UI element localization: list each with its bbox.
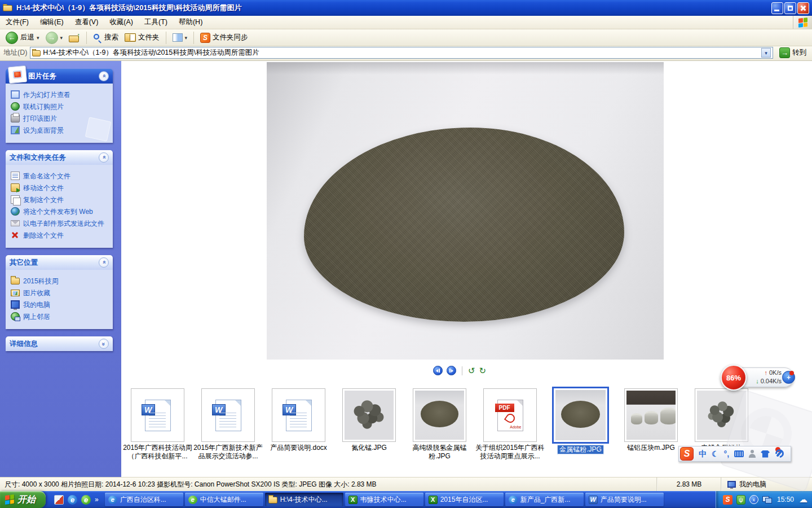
task-publish-web[interactable]: 将这个文件发布到 Web bbox=[11, 207, 110, 216]
up-folder-icon: ↑ bbox=[69, 33, 80, 42]
quicklaunch-app-icon[interactable] bbox=[54, 495, 64, 505]
tray-collapse-icon[interactable]: ‹ bbox=[749, 495, 758, 504]
sogou-logo-icon[interactable]: S bbox=[680, 447, 694, 461]
collapse-chevron-icon[interactable]: » bbox=[99, 152, 109, 163]
tray-network-icon[interactable] bbox=[762, 496, 772, 503]
task-window-1[interactable]: e 广西自治区科... bbox=[105, 493, 183, 506]
tray-sogou-icon[interactable]: S bbox=[723, 495, 732, 505]
ime-skin-icon[interactable] bbox=[761, 450, 770, 458]
menu-file[interactable]: 文件(F) bbox=[0, 16, 34, 29]
task-view-slideshow[interactable]: 作为幻灯片查看 bbox=[11, 90, 110, 99]
menu-view[interactable]: 查看(V) bbox=[69, 16, 104, 29]
folder-sync-label: 文件夹同步 bbox=[213, 33, 248, 42]
task-label: 设为桌面背景 bbox=[23, 126, 64, 135]
restore-button[interactable] bbox=[784, 2, 796, 14]
file-item-pdf[interactable]: PDF Adobe 关于组织2015年广西科技活动周重点展示... bbox=[475, 388, 545, 461]
file-item-doc2[interactable]: W 2015年广西新技术新产品展示交流活动参... bbox=[193, 388, 263, 461]
forward-dropdown-icon[interactable]: ▾ bbox=[60, 35, 63, 41]
accelerate-button[interactable]: + bbox=[782, 371, 795, 384]
task-window-4[interactable]: X 韦慷技术中心... bbox=[345, 493, 423, 506]
other-places-header[interactable]: 其它位置 » bbox=[6, 255, 113, 270]
folders-icon bbox=[125, 33, 136, 42]
quicklaunch-ie-icon[interactable]: e bbox=[68, 495, 77, 505]
task-move-file[interactable]: 移动这个文件 bbox=[11, 183, 110, 192]
photo-thumbnail bbox=[345, 391, 394, 440]
menu-help[interactable]: 帮助(H) bbox=[173, 16, 208, 29]
task-window-active-explorer[interactable]: H:\4-技术中心... bbox=[265, 493, 343, 506]
file-item-doc3[interactable]: W 产品简要说明.docx bbox=[264, 388, 333, 452]
file-item-briquettes[interactable]: 锰铝压块m.JPG bbox=[616, 388, 686, 452]
task-copy-file[interactable]: 复制这个文件 bbox=[11, 195, 110, 204]
ime-language-mode[interactable]: 中 bbox=[699, 449, 707, 458]
folders-button[interactable]: 文件夹 bbox=[122, 32, 162, 43]
place-network[interactable]: 网上邻居 bbox=[11, 312, 110, 321]
back-dropdown-icon[interactable]: ▾ bbox=[37, 35, 39, 41]
file-item-doc1[interactable]: W 2015年广西科技活动周（广西科技创新平... bbox=[123, 388, 192, 461]
expand-chevron-icon[interactable]: » bbox=[99, 339, 109, 349]
back-button[interactable]: ← 后退 ▾ bbox=[3, 30, 42, 45]
task-email-file[interactable]: 以电子邮件形式发送此文件 bbox=[11, 219, 110, 228]
menu-edit[interactable]: 编辑(E) bbox=[34, 16, 69, 29]
up-button[interactable]: ↑ bbox=[67, 32, 82, 43]
go-button[interactable]: → 转到 bbox=[776, 47, 810, 58]
memory-usage-ball[interactable]: 86% bbox=[721, 365, 747, 391]
search-button[interactable]: 搜索 bbox=[91, 32, 121, 43]
details-header[interactable]: 详细信息 » bbox=[6, 336, 113, 351]
task-order-prints[interactable]: 联机订购照片 bbox=[11, 102, 110, 111]
rotate-left-icon[interactable]: ↺ bbox=[468, 366, 475, 375]
quicklaunch-360-icon[interactable]: e bbox=[81, 495, 91, 505]
task-title: H:\4-技术中心... bbox=[280, 495, 328, 505]
collapse-chevron-icon[interactable]: » bbox=[99, 257, 109, 268]
task-window-5[interactable]: X 2015年自治区... bbox=[425, 493, 504, 506]
collapse-chevron-icon[interactable]: » bbox=[99, 71, 109, 81]
ime-fullhalf-moon-icon[interactable]: ☾ bbox=[712, 449, 719, 458]
picture-tasks-header[interactable]: 图片任务 » bbox=[6, 69, 113, 84]
start-button[interactable]: 开始 bbox=[0, 491, 46, 508]
panel-other-places: 其它位置 » 2015科技周 图片收藏 我的电脑 bbox=[6, 255, 113, 329]
task-delete-file[interactable]: 删除这个文件 bbox=[11, 231, 110, 240]
manganese-powder-pile bbox=[304, 128, 624, 322]
tray-usb-icon[interactable]: ψ bbox=[736, 495, 745, 505]
task-title: 韦慷技术中心... bbox=[360, 495, 407, 505]
close-button[interactable] bbox=[797, 2, 809, 14]
file-label: 2015年广西科技活动周（广西科技创新平... bbox=[123, 444, 192, 461]
place-my-pictures[interactable]: 图片收藏 bbox=[11, 288, 110, 297]
task-window-7[interactable]: W 产品简要说明... bbox=[585, 493, 664, 506]
task-window-6[interactable]: e 新产品_广西新... bbox=[505, 493, 584, 506]
speed-monitor-widget[interactable]: ↑ 0K/s ↓ 0.04K/s 86% + bbox=[721, 365, 795, 391]
task-window-2[interactable]: e 中信大锰邮件... bbox=[185, 493, 263, 506]
tray-cloud-icon[interactable]: ☁ bbox=[799, 494, 807, 505]
file-item-selected-powder[interactable]: 金属锰粉.JPG bbox=[546, 388, 615, 454]
ime-account-icon[interactable] bbox=[749, 450, 756, 458]
file-label: 高纯级脱氢金属锰粉.JPG bbox=[405, 444, 474, 461]
ime-settings-icon[interactable] bbox=[775, 449, 784, 458]
folder-sync-button[interactable]: S 文件夹同步 bbox=[198, 32, 250, 44]
quicklaunch-overflow-icon[interactable]: » bbox=[95, 496, 99, 503]
task-label: 打印该图片 bbox=[23, 114, 57, 123]
ime-soft-keyboard-icon[interactable] bbox=[734, 450, 744, 457]
minimize-button[interactable] bbox=[771, 2, 783, 14]
taskbar: 开始 e e » e 广西自治区科... e 中信大锰邮件... H:\4-技术… bbox=[0, 491, 812, 508]
address-input[interactable]: H:\4-技术中心\（1-9）各项科技活动\2015科技周\科技活动周所需图片 … bbox=[30, 47, 773, 59]
excel-icon: X bbox=[429, 496, 438, 504]
rotate-right-icon[interactable]: ↻ bbox=[479, 366, 487, 375]
next-image-button[interactable] bbox=[447, 366, 456, 375]
ime-punctuation-icon[interactable]: °, bbox=[724, 449, 730, 458]
menu-favorites[interactable]: 收藏(A) bbox=[104, 16, 139, 29]
task-label: 作为幻灯片查看 bbox=[23, 90, 70, 99]
views-dropdown-icon[interactable]: ▾ bbox=[185, 35, 188, 41]
file-label: 2015年广西新技术新产品展示交流活动参... bbox=[193, 444, 263, 461]
go-arrow-icon: → bbox=[779, 47, 790, 58]
address-dropdown-icon[interactable]: ▾ bbox=[761, 48, 771, 58]
panel-details: 详细信息 » bbox=[6, 336, 113, 351]
place-my-computer[interactable]: 我的电脑 bbox=[11, 300, 110, 309]
forward-button[interactable]: → ▾ bbox=[43, 30, 65, 45]
file-item-powder1[interactable]: 高纯级脱氢金属锰粉.JPG bbox=[405, 388, 474, 461]
place-2015-tech-week[interactable]: 2015科技周 bbox=[11, 277, 110, 286]
menu-tools[interactable]: 工具(T) bbox=[139, 16, 173, 29]
views-button[interactable]: ▾ bbox=[170, 32, 190, 43]
file-tasks-header[interactable]: 文件和文件夹任务 » bbox=[6, 150, 113, 165]
task-rename-file[interactable]: 重命名这个文件 bbox=[11, 172, 110, 181]
file-item-lumps[interactable]: 氮化锰.JPG bbox=[334, 388, 404, 452]
previous-image-button[interactable] bbox=[433, 366, 443, 375]
